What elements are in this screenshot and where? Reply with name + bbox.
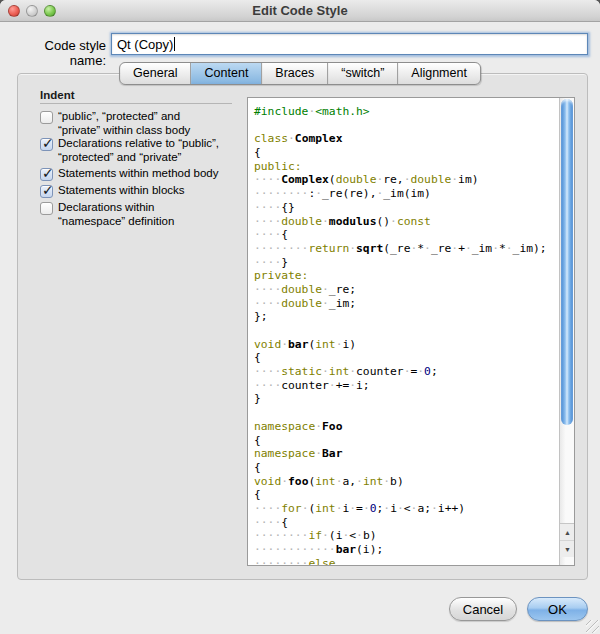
code-token: {} xyxy=(281,201,295,214)
tab-content[interactable]: Content xyxy=(192,63,263,84)
code-token: bar xyxy=(336,543,356,556)
code-token: { xyxy=(254,434,261,447)
code-token: #include xyxy=(254,105,308,118)
code-token: (i xyxy=(329,529,343,542)
code-token: } xyxy=(254,392,261,405)
code-token: · xyxy=(363,502,370,515)
code-token: = xyxy=(356,502,363,515)
ok-button[interactable]: OK xyxy=(527,597,588,621)
code-token: void xyxy=(254,475,281,488)
code-token: const xyxy=(397,215,431,228)
checkbox-checked-icon[interactable] xyxy=(40,138,53,151)
code-line: ····Complex(double·re,·double·im) xyxy=(254,173,559,187)
code-token: · xyxy=(424,242,431,255)
scroll-up-arrow-icon[interactable]: ▲ xyxy=(560,524,575,541)
code-line: { xyxy=(254,488,559,502)
code-line: void·foo(int·a,·int·b) xyxy=(254,475,559,489)
code-token: · xyxy=(281,338,288,351)
code-token: Complex xyxy=(281,173,329,186)
scrollbar-thumb[interactable] xyxy=(561,99,573,425)
code-token: modulus xyxy=(329,215,377,228)
code-token: namespace xyxy=(254,447,315,460)
code-token: int xyxy=(315,502,335,515)
checkbox-unchecked-icon[interactable] xyxy=(40,111,53,124)
code-line: ········else xyxy=(254,557,559,565)
code-token: _re xyxy=(431,242,451,255)
code-token: · xyxy=(288,132,295,145)
code-token: ···· xyxy=(254,365,281,378)
code-token: { xyxy=(281,228,288,241)
code-token: ···· xyxy=(254,297,281,310)
code-token: ········ xyxy=(254,557,308,565)
code-token: · xyxy=(281,475,288,488)
code-token: ···· xyxy=(254,228,281,241)
scroll-down-arrow-icon[interactable]: ▼ xyxy=(560,541,575,558)
code-line: { xyxy=(254,351,559,365)
code-token: ···· xyxy=(254,256,281,269)
checkbox-row-public-protected-and[interactable]: “public”, “protected” and“private” withi… xyxy=(40,110,240,137)
resize-grip[interactable] xyxy=(586,620,599,633)
code-token: · xyxy=(322,215,329,228)
checkbox-checked-icon[interactable] xyxy=(40,168,53,181)
code-token: · xyxy=(322,529,329,542)
code-token: double xyxy=(410,173,451,186)
code-line: namespace·Foo xyxy=(254,420,559,434)
code-token: return xyxy=(308,242,349,255)
checkbox-label: Declarations within“namespace” definitio… xyxy=(58,201,240,228)
code-token: Bar xyxy=(322,447,342,460)
code-token: b) xyxy=(363,529,377,542)
code-token: ···· xyxy=(254,201,281,214)
code-line xyxy=(254,406,559,420)
code-line: namespace·Bar xyxy=(254,447,559,461)
code-token: Foo xyxy=(322,420,342,433)
style-tabs: GeneralContentBraces“switch”Alignment xyxy=(119,62,481,85)
code-token: _re(re), xyxy=(322,187,376,200)
title-bar[interactable]: Edit Code Style xyxy=(0,0,600,22)
code-token: · xyxy=(322,365,329,378)
code-token: bar xyxy=(288,338,308,351)
code-token: for xyxy=(281,502,301,515)
checkbox-row-statements-within-blocks[interactable]: Statements within blocks xyxy=(40,184,240,198)
code-token: ···· xyxy=(254,379,281,392)
code-token: { xyxy=(281,516,288,529)
code-line: ····{ xyxy=(254,516,559,530)
code-token: if xyxy=(308,529,322,542)
code-token: · xyxy=(397,502,404,515)
vertical-scrollbar[interactable]: ▲ ▼ xyxy=(559,98,574,565)
window-title: Edit Code Style xyxy=(0,3,600,18)
code-token: (i); xyxy=(356,543,383,556)
code-token: _im xyxy=(472,242,492,255)
tab-alignment[interactable]: Alignment xyxy=(398,63,480,84)
code-token: · xyxy=(390,215,397,228)
code-token: double xyxy=(281,297,322,310)
code-token: ···· xyxy=(254,215,281,228)
code-token: (_re xyxy=(383,242,410,255)
code-token: sqrt xyxy=(356,242,383,255)
checkbox-checked-icon[interactable] xyxy=(40,185,53,198)
checkbox-row-declarations-within[interactable]: Declarations within“namespace” definitio… xyxy=(40,201,240,228)
code-preview-text: #include·<math.h> class·Complex{public:·… xyxy=(248,98,559,565)
code-token: void xyxy=(254,338,281,351)
cancel-button[interactable]: Cancel xyxy=(449,597,517,621)
edit-code-style-dialog: Edit Code Style Code style name: Qt (Cop… xyxy=(0,0,600,634)
code-token: () xyxy=(376,215,390,228)
code-token: b) xyxy=(390,475,404,488)
code-line: ············bar(i); xyxy=(254,543,559,557)
code-token: += xyxy=(336,379,350,392)
checkbox-row-statements-within-method-body[interactable]: Statements within method body xyxy=(40,167,240,181)
code-line: { xyxy=(254,146,559,160)
checkbox-unchecked-icon[interactable] xyxy=(40,202,53,215)
tab-general[interactable]: General xyxy=(120,63,191,84)
tab-braces[interactable]: Braces xyxy=(262,63,328,84)
code-token: i xyxy=(390,502,397,515)
code-token: ; xyxy=(431,365,438,378)
code-style-name-input[interactable]: Qt (Copy) xyxy=(111,33,588,55)
code-line: ····counter·+=·i; xyxy=(254,379,559,393)
code-line: }; xyxy=(254,310,559,324)
checkbox-row-declarations-relative-to-publi[interactable]: Declarations relative to “public”,“prote… xyxy=(40,137,240,164)
code-token: ········ xyxy=(254,242,308,255)
code-token: i) xyxy=(342,338,356,351)
code-line: } xyxy=(254,392,559,406)
code-token: int xyxy=(315,338,335,351)
tab-switch[interactable]: “switch” xyxy=(328,63,398,84)
